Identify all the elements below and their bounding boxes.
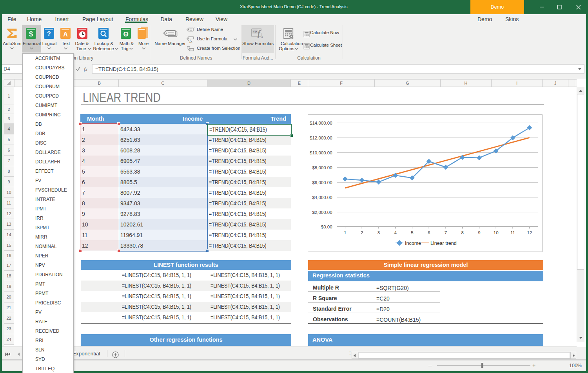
svg-text:$12,000.00: $12,000.00 (310, 136, 332, 140)
svg-text:2: 2 (361, 230, 363, 235)
svg-text:12: 12 (253, 30, 257, 34)
svg-text:$14,000.00: $14,000.00 (310, 121, 332, 125)
svg-text:Linear trend: Linear trend (430, 241, 457, 246)
svg-text:Income: Income (405, 241, 421, 246)
svg-text:f: f (258, 29, 261, 38)
svg-text:10: 10 (494, 230, 499, 235)
svg-text:Θ: Θ (123, 31, 128, 38)
svg-text:4: 4 (394, 230, 397, 235)
svg-text:fx: fx (189, 39, 192, 43)
svg-text:$4,000.00: $4,000.00 (312, 195, 332, 200)
svg-text:$2,000.00: $2,000.00 (312, 210, 332, 215)
svg-text:$0.00: $0.00 (321, 225, 332, 229)
svg-text:8: 8 (461, 230, 463, 235)
svg-text:$10,000.00: $10,000.00 (310, 150, 332, 155)
svg-text:6: 6 (428, 230, 430, 235)
svg-text:9: 9 (478, 230, 480, 235)
svg-text:fx: fx (84, 67, 87, 72)
svg-text:5: 5 (411, 230, 413, 235)
svg-text:$6,000.00: $6,000.00 (312, 180, 332, 185)
svg-text:x: x (261, 34, 263, 39)
svg-text:12: 12 (527, 230, 532, 235)
svg-text:7: 7 (445, 230, 447, 235)
svg-text:3: 3 (377, 230, 380, 235)
svg-text:?: ? (47, 31, 51, 37)
svg-text:$8,000.00: $8,000.00 (312, 165, 332, 170)
svg-text:A: A (63, 31, 68, 38)
svg-text:1: 1 (344, 230, 346, 235)
svg-text:*: * (194, 27, 194, 29)
svg-text:$: $ (29, 30, 33, 38)
svg-text:11: 11 (510, 230, 515, 235)
